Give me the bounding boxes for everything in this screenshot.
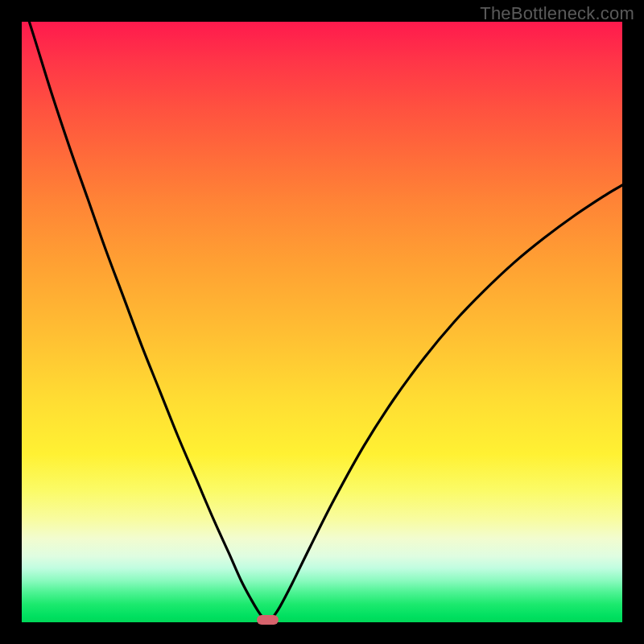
left-branch-path <box>22 0 268 622</box>
right-branch-path <box>268 185 622 622</box>
watermark-text: TheBottleneck.com <box>480 3 634 24</box>
curve-layer <box>0 0 644 644</box>
chart-frame: TheBottleneck.com <box>0 0 644 644</box>
cusp-marker <box>257 615 279 625</box>
